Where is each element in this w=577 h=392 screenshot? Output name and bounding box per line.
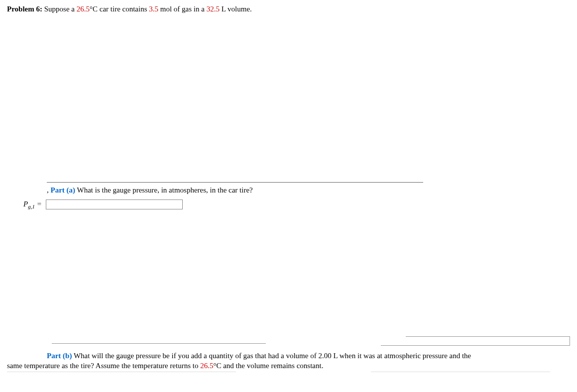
line-segment: [406, 336, 570, 337]
part-b-label: Part (b): [47, 352, 72, 360]
problem-text: Suppose a 26.5°C car tire contains 3.5 m…: [44, 5, 252, 13]
line-segment: [570, 336, 570, 345]
separator-lines: [7, 336, 570, 351]
line-segment: [52, 343, 266, 344]
pressure-input[interactable]: [46, 199, 183, 209]
problem-header: Problem 6: Suppose a 26.5°C car tire con…: [7, 5, 570, 13]
part-b-line2-after: and the volume remains constant.: [221, 362, 323, 370]
part-a-question: What is the gauge pressure, in atmospher…: [77, 186, 253, 194]
faded-line: [371, 372, 550, 372]
divider-container: [47, 182, 423, 183]
part-a-section: , Part (a) What is the gauge pressure, i…: [47, 186, 570, 195]
part-a-label: Part (a): [51, 186, 76, 194]
temperature-value: 26.5: [77, 5, 90, 13]
answer-row: Pg,1 =: [23, 199, 570, 209]
part-b-section: Part (b) What will the gauge pressure be…: [7, 351, 570, 371]
faded-line: [7, 372, 236, 372]
pressure-symbol: Pg,1 =: [23, 200, 42, 209]
marker: ,: [47, 186, 49, 194]
line-segment: [381, 345, 570, 346]
spacer: [7, 209, 570, 331]
volume-value: 32.5: [207, 5, 220, 13]
problem-statement: Problem 6: Suppose a 26.5°C car tire con…: [7, 5, 570, 13]
section-divider: [47, 182, 423, 183]
problem-label: Problem 6:: [7, 5, 42, 13]
part-b-line1: What will the gauge pressure be if you a…: [74, 352, 471, 360]
bottom-faded-lines: [7, 372, 570, 378]
spacer: [7, 15, 570, 182]
part-b-text: Part (b) What will the gauge pressure be…: [7, 351, 570, 371]
temperature-value-b: 26.5: [200, 362, 213, 370]
mol-value: 3.5: [149, 5, 158, 13]
part-b-line2-before: same temperature as the tire? Assume the…: [7, 362, 200, 370]
